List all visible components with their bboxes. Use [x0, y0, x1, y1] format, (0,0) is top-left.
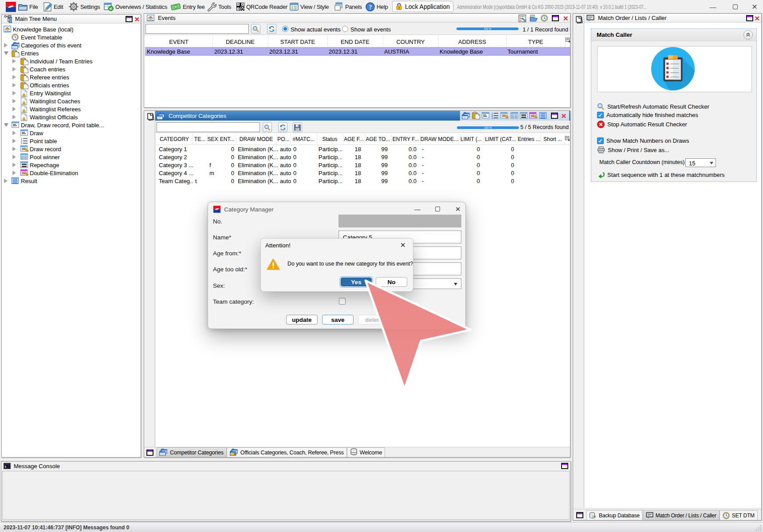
svg-text:?: ? [369, 4, 372, 10]
svg-text:3: 3 [21, 142, 22, 144]
svg-text:3: 3 [492, 117, 493, 119]
